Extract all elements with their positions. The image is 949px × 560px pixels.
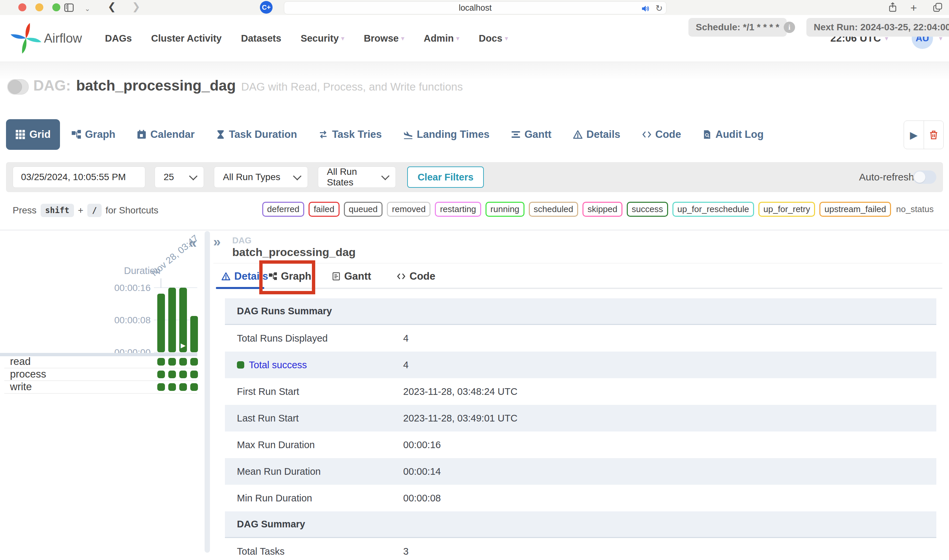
- x-tick: [160, 278, 161, 288]
- schedule-badge: Schedule: */1 * * * *: [688, 18, 787, 37]
- base-date-value[interactable]: [13, 172, 145, 182]
- tab-code[interactable]: Code: [642, 129, 681, 140]
- panel-resize-handle[interactable]: [205, 231, 210, 553]
- task-instance-square[interactable]: [190, 358, 198, 366]
- run-duration-bar[interactable]: [190, 316, 198, 352]
- auto-refresh-toggle[interactable]: [913, 171, 936, 184]
- tab-grid[interactable]: Grid: [6, 119, 60, 150]
- task-instance-square[interactable]: [168, 371, 176, 378]
- table-row: Total Runs Displayed4: [225, 325, 936, 352]
- trigger-dag-button[interactable]: ▶: [904, 121, 924, 149]
- table-row: First Run Start2023-11-28, 03:48:24 UTC: [225, 378, 936, 405]
- address-bar[interactable]: localhost ↻: [284, 2, 667, 14]
- delete-dag-button[interactable]: [924, 121, 944, 149]
- filter-bar: 25 All Run Types All Run States Clear Fi…: [6, 162, 943, 192]
- task-instance-square[interactable]: [157, 358, 165, 366]
- active-tab-underline: [216, 287, 264, 289]
- nav-item-dags[interactable]: DAGs: [105, 33, 132, 44]
- selected-run-marker-icon: ▶: [179, 342, 187, 349]
- gantt-icon: [511, 129, 521, 140]
- chevron-down-icon: ▾: [456, 34, 460, 42]
- nav-item-docs[interactable]: Docs▾: [479, 33, 508, 44]
- panel-tab-code[interactable]: Code: [397, 270, 435, 282]
- task-instance-square[interactable]: [179, 371, 187, 378]
- back-icon[interactable]: ❮: [108, 1, 116, 12]
- run-states-select[interactable]: All Run States: [318, 166, 396, 188]
- airflow-logo-icon[interactable]: [10, 22, 42, 54]
- minimize-window-button[interactable]: [35, 3, 43, 11]
- reload-icon[interactable]: ↻: [656, 3, 663, 14]
- expand-panel-icon[interactable]: »: [213, 234, 221, 249]
- audio-playing-icon[interactable]: [641, 4, 651, 14]
- task-instance-square[interactable]: [190, 371, 198, 378]
- audit-log-icon: [702, 129, 712, 140]
- chevron-down-icon: ▾: [505, 34, 508, 42]
- nav-item-datasets[interactable]: Datasets: [241, 33, 281, 44]
- task-instance-square[interactable]: [157, 371, 165, 378]
- tab-details[interactable]: Details: [573, 129, 620, 140]
- extension-badge-icon[interactable]: C+: [260, 1, 273, 14]
- calendar-icon: [137, 129, 147, 140]
- task-instance-square[interactable]: [190, 383, 198, 391]
- run-duration-bar[interactable]: [168, 288, 176, 352]
- panel-tab-graph[interactable]: Graph: [268, 270, 311, 282]
- zoom-window-button[interactable]: [52, 3, 60, 11]
- task-instance-square[interactable]: [179, 358, 187, 366]
- nav-item-security[interactable]: Security▾: [301, 33, 344, 44]
- task-instance-square[interactable]: [168, 358, 176, 366]
- tab-task-tries[interactable]: Task Tries: [318, 129, 381, 140]
- close-window-button[interactable]: [19, 3, 26, 11]
- run-types-select[interactable]: All Run Types: [214, 166, 308, 188]
- page-size-select[interactable]: 25: [154, 166, 204, 188]
- info-icon[interactable]: i: [784, 22, 795, 33]
- triangle-details-icon: [221, 272, 231, 281]
- new-tab-icon[interactable]: +: [910, 3, 917, 13]
- task-label-write[interactable]: write: [10, 381, 32, 393]
- run-date-label[interactable]: Nov 28, 03:47: [149, 233, 200, 278]
- tab-overview-icon[interactable]: [932, 2, 943, 13]
- dag-action-buttons: ▶: [904, 120, 944, 149]
- table-row: Min Run Duration00:00:08: [225, 485, 936, 511]
- nav-item-cluster-activity[interactable]: Cluster Activity: [151, 33, 222, 44]
- panel-kicker: DAG: [232, 235, 252, 246]
- status-badge: queued: [344, 202, 383, 217]
- forward-icon[interactable]: ❯: [132, 1, 140, 12]
- sidebar-icon[interactable]: [63, 2, 75, 13]
- panel-tab-details[interactable]: Details: [221, 270, 268, 282]
- code-icon: [642, 129, 652, 140]
- brand-name[interactable]: Airflow: [44, 15, 82, 62]
- task-instance-square[interactable]: [168, 383, 176, 391]
- panel-dag-title: batch_processing_dag: [232, 246, 355, 259]
- y-tick: 00:00:08: [107, 315, 151, 326]
- sidebar-chevron-icon[interactable]: ⌄: [85, 5, 90, 13]
- chevron-down-icon: [189, 172, 197, 180]
- total-success-link[interactable]: Total success: [249, 360, 307, 371]
- panel-tab-gantt[interactable]: Gantt: [332, 270, 371, 282]
- tab-calendar[interactable]: Calendar: [137, 129, 194, 140]
- tab-track: [264, 288, 942, 289]
- status-legend: deferred failed queued removed restartin…: [262, 202, 934, 217]
- tab-task-duration[interactable]: Task Duration: [216, 129, 297, 140]
- divider: [0, 230, 949, 231]
- task-instance-square[interactable]: [179, 383, 187, 391]
- play-icon: ▶: [910, 129, 918, 141]
- tab-gantt[interactable]: Gantt: [511, 129, 551, 140]
- shift-key: shift: [41, 204, 74, 217]
- code-icon: [397, 272, 406, 281]
- dag-pause-toggle[interactable]: [7, 79, 29, 95]
- task-label-read[interactable]: read: [10, 355, 31, 368]
- run-duration-bar[interactable]: [157, 294, 165, 352]
- gantt-doc-icon: [332, 272, 341, 281]
- nav-item-browse[interactable]: Browse▾: [364, 33, 404, 44]
- nav-item-admin[interactable]: Admin▾: [423, 33, 459, 44]
- base-date-input[interactable]: [13, 166, 145, 188]
- table-section-header: DAG Runs Summary: [225, 298, 936, 325]
- task-instance-square[interactable]: [157, 383, 165, 391]
- tab-graph[interactable]: Graph: [71, 129, 115, 140]
- tab-landing-times[interactable]: Landing Times: [403, 129, 489, 140]
- tab-audit-log[interactable]: Audit Log: [702, 129, 764, 140]
- share-icon[interactable]: [887, 2, 898, 13]
- graph-icon: [71, 129, 81, 140]
- clear-filters-button[interactable]: Clear Filters: [407, 166, 484, 188]
- task-label-process[interactable]: process: [10, 368, 46, 380]
